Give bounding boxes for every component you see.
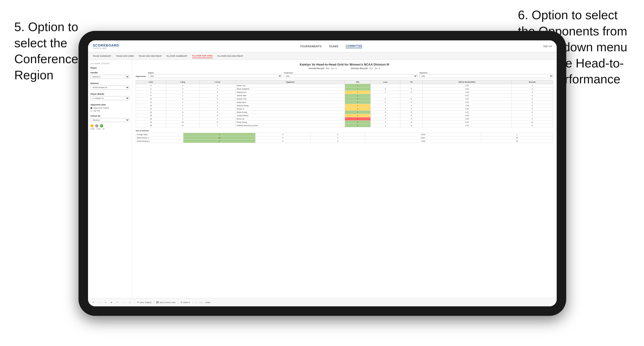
toolbar-undo[interactable]: ↩ [92, 301, 95, 304]
td-div: 16 [136, 114, 166, 117]
opponent-filter-select[interactable]: (All) [420, 74, 553, 78]
td-rounds: 11 [512, 121, 553, 124]
player-rank-select[interactable]: 8. Katelyn Vo [90, 96, 130, 100]
td-win: 1 [345, 111, 370, 114]
sign-out-link[interactable]: Sign out [543, 45, 552, 47]
toolbar-view-original[interactable]: 👁 View: Original [137, 301, 151, 304]
toolbar-grid[interactable]: ⬚⬚ [199, 301, 203, 304]
toolbar-redo[interactable]: ↪ [104, 301, 107, 304]
td-opponent: Emily Chang [236, 121, 345, 124]
td-tie: 0 [400, 91, 422, 94]
subnav-team-h2h-grid[interactable]: TEAM H2H GRID [116, 54, 134, 58]
colour-by-select[interactable]: Win/loss [90, 118, 130, 122]
gender-select[interactable]: Women's [90, 75, 130, 79]
td-opponent: Heejo Hyun [236, 101, 345, 104]
radio-dot-2 [90, 110, 92, 112]
toolbar-cut[interactable]: ✂ [116, 301, 119, 304]
td-loss: 2 [370, 107, 400, 111]
division-select[interactable]: NCAA Division III [90, 85, 130, 90]
subnav-team-summary[interactable]: TEAM SUMMARY [93, 54, 111, 58]
toolbar-sort[interactable]: ↑↓ [195, 301, 197, 304]
td-div: 10 [136, 97, 166, 101]
bottom-toolbar: ↩ ← ↪ ⊕ ✂ ⋯ 🕐 👁 View: Original 💾 Save Cu… [88, 298, 557, 306]
region-filter-select[interactable]: (All) [148, 74, 282, 78]
td-conf: 3 [199, 91, 236, 94]
td-diff: 1.50 [422, 84, 512, 87]
radio-top100[interactable]: Top 100 [90, 110, 130, 112]
radio-dot-1 [90, 107, 92, 109]
td-rounds: 3 [512, 101, 553, 104]
td-opponent: Esther Lee [236, 84, 345, 87]
td-reg: 3 [166, 114, 199, 117]
td-conf: 1 [199, 84, 236, 87]
td-rounds: 9 [512, 107, 553, 111]
td-win: 1 [184, 133, 256, 136]
td-conf: 6 [199, 114, 236, 117]
td-reg: 11 [166, 124, 199, 127]
legend-down: Down [90, 128, 95, 130]
toolbar-share[interactable]: Share [205, 301, 210, 304]
out-of-division-table: Foreign Team 1 0 0 4.500 2 NAIA Division… [136, 133, 553, 143]
nav-teams[interactable]: TEAMS [329, 45, 338, 48]
sort-label: ↑↓ [195, 301, 197, 304]
td-tie: 0 [400, 87, 422, 91]
td-opponent: Federica Domecq Lacroze [236, 124, 345, 127]
td-reg: 3 [166, 84, 199, 87]
td-win: 4 [345, 121, 370, 124]
td-reg: 10 [166, 121, 199, 124]
records-row: Overall Record: 353 - 34 - 6 Division Re… [136, 67, 553, 70]
conference-filter-select[interactable]: (All) [284, 74, 418, 78]
td-opponent: Foreign Team [136, 133, 184, 136]
view-icon: 👁 [137, 301, 139, 304]
table-row: 3 3 1 Esther Lee 1 1.50 4 [136, 84, 553, 87]
division-record-value: 331 - 34 - 6 [369, 67, 380, 70]
toolbar-add[interactable]: ⊕ [110, 301, 113, 304]
td-tie: 0 [310, 133, 365, 136]
td-win: 1 [345, 91, 370, 94]
nav-committee[interactable]: COMMITTEE [346, 44, 362, 48]
td-loss: 0 [370, 111, 400, 114]
td-diff: 0.30 [422, 121, 512, 124]
radio-opponents-played[interactable]: Opponents Played [90, 107, 130, 109]
overall-record-value: 353 - 34 - 6 [326, 67, 337, 70]
subnav-player-summary[interactable]: PLAYER SUMMARY [166, 54, 188, 58]
table-row: 13 1 1 Jessica Huang 1 1 0 -3.00 2 [136, 104, 553, 107]
circle-down [90, 124, 94, 128]
td-loss: 1 [370, 104, 400, 107]
table-row: 11 2 5 Heejo Hyun 1 0 0 3.33 3 [136, 101, 553, 104]
td-loss: 0 [370, 97, 400, 101]
overall-record-label: Overall Record: [308, 67, 324, 70]
td-opponent: Eunice Yi [236, 107, 345, 111]
td-conf: 1 [199, 104, 236, 107]
subnav-player-h2h-grid[interactable]: PLAYER H2H GRID [192, 54, 213, 58]
opponent-filter-group: Opponent (All) [420, 72, 553, 78]
td-diff: 4.00 [422, 87, 512, 91]
share-label: Share [205, 301, 210, 304]
toolbar-watch[interactable]: 👁 Watch ▾ [180, 301, 190, 304]
td-opponent: Euna Lee [236, 117, 345, 121]
toolbar-more[interactable]: ⋯ [122, 301, 125, 304]
td-rounds: 2 [481, 133, 553, 136]
th-rounds: Rounds [512, 80, 553, 84]
toolbar-clock[interactable]: 🕐 [128, 301, 132, 304]
conference-filter-group: Conference (All) [284, 72, 418, 78]
td-opponent: NCAA Division 2 [136, 140, 184, 143]
th-reg: # Reg [166, 80, 199, 84]
td-win: 1 [345, 87, 370, 91]
subnav-player-h2h-heatmap[interactable]: PLAYER H2H HEATMAP [218, 54, 243, 58]
td-reg: 3 [166, 91, 199, 94]
td-loss: 0 [256, 133, 310, 136]
td-diff: 0.38 [422, 107, 512, 111]
toolbar-save-custom[interactable]: 💾 Save Custom View [156, 301, 175, 304]
td-opponent: Jessica Mason [236, 114, 345, 117]
subnav-team-h2h-heatmap[interactable]: TEAM H2H HEATMAP [139, 54, 162, 58]
toolbar-back[interactable]: ← [98, 301, 101, 304]
nav-items: TOURNAMENTS TEAMS COMMITTEE [300, 44, 362, 48]
nav-right: Sign out [543, 45, 552, 47]
nav-tournaments[interactable]: TOURNAMENTS [300, 45, 322, 48]
sidebar: Last Updated: 27/03/2024 Player Gender W… [88, 60, 132, 298]
td-loss: 0 [256, 136, 310, 140]
td-div: 9 [136, 94, 166, 97]
td-tie: 0 [400, 124, 422, 127]
logo-text: SCOREBOARD [93, 43, 119, 47]
